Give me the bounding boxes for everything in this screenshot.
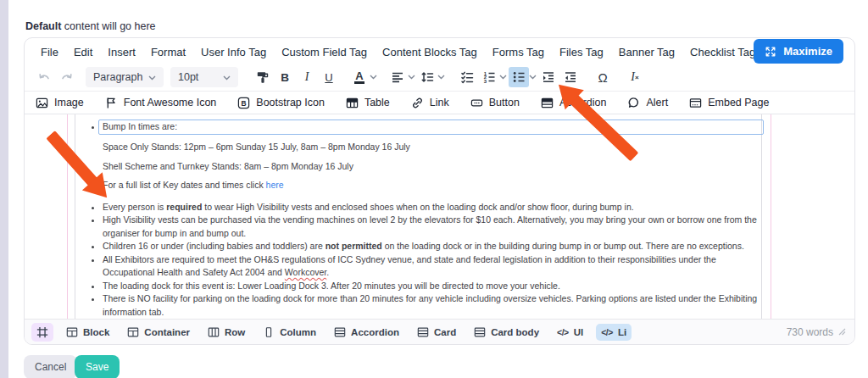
element-path-container[interactable]: Container <box>122 323 195 342</box>
save-button[interactable]: Save <box>75 355 120 378</box>
insert-font-awesome-icon-button[interactable]: Font Awesome Icon <box>105 97 217 109</box>
svg-text:3: 3 <box>483 79 487 84</box>
outdent-button[interactable] <box>560 67 581 87</box>
ordered-list-button[interactable]: 123 <box>479 67 499 87</box>
undo-icon <box>37 70 52 84</box>
bullet-list-menu-chevron[interactable] <box>529 75 537 80</box>
menu-checklist-tag[interactable]: Checklist Tag <box>682 43 763 61</box>
menu-file[interactable]: File <box>33 43 66 61</box>
indent-button[interactable] <box>538 67 559 87</box>
menu-content-blocks-tag[interactable]: Content Blocks Tag <box>375 43 485 61</box>
text-run: required <box>166 202 202 212</box>
ordered-list-menu-chevron[interactable] <box>499 75 507 80</box>
element-path-li[interactable]: </>Li <box>596 324 632 341</box>
element-path-root[interactable] <box>31 323 53 342</box>
font-size-select[interactable]: 10pt <box>170 67 238 87</box>
font-size-value: 10pt <box>178 71 198 83</box>
chevron-down-icon <box>148 71 156 83</box>
button-icon <box>470 97 483 109</box>
element-path-row[interactable]: Row <box>203 323 250 342</box>
list-item-bump-in[interactable]: Bump In times are: Space Only Stands: 12… <box>103 120 768 192</box>
list-item[interactable]: There is NO facility for parking on the … <box>103 292 768 319</box>
element-path-label: Li <box>618 327 626 337</box>
element-path-accordion[interactable]: Accordion <box>329 323 404 342</box>
editor-menubar: FileEditInsertFormatUser Info TagCustom … <box>25 38 854 64</box>
here-link[interactable]: here <box>266 180 284 190</box>
align-menu-chevron[interactable] <box>408 75 415 80</box>
page-left-strip <box>0 0 8 378</box>
menu-insert[interactable]: Insert <box>100 43 143 61</box>
element-path-card-body[interactable]: Card body <box>469 323 544 342</box>
row-icon <box>208 326 220 338</box>
list-item[interactable]: High Visibility vests can be purchased v… <box>103 214 768 240</box>
format-painter-button[interactable] <box>253 67 273 87</box>
format-painter-icon <box>256 70 270 84</box>
text-run: on the loading dock or in the building d… <box>382 241 744 251</box>
flag-icon <box>105 97 118 109</box>
clear-formatting-button[interactable]: I× <box>625 67 645 87</box>
menu-format[interactable]: Format <box>143 43 193 61</box>
element-path-card[interactable]: Card <box>412 323 461 342</box>
menu-files-tag[interactable]: Files Tag <box>552 43 611 61</box>
redo-button[interactable] <box>56 67 76 87</box>
undo-button[interactable] <box>34 67 54 87</box>
menu-custom-field-tag[interactable]: Custom Field Tag <box>274 43 375 61</box>
element-path-label: Ul <box>574 327 584 337</box>
insert-accordion-button[interactable]: Accordion <box>541 97 607 109</box>
editor-content-area[interactable]: Bump In times are: Space Only Stands: 12… <box>25 114 854 319</box>
paragraph-shell-scheme[interactable]: Shell Scheme and Turnkey Stands: 8am – 8… <box>103 160 768 174</box>
text-color-button[interactable]: A <box>349 67 370 87</box>
insert-alert-button[interactable]: Alert <box>627 97 668 109</box>
menu-forms-tag[interactable]: Forms Tag <box>485 43 552 61</box>
text-color-menu-chevron[interactable] <box>370 75 377 80</box>
maximize-icon <box>765 46 776 58</box>
bold-button[interactable]: B <box>275 67 295 87</box>
text-run: High Visibility vests can be purchased v… <box>103 214 757 238</box>
menu-banner-tag[interactable]: Banner Tag <box>611 43 682 61</box>
insert-button-label: Table <box>364 97 390 108</box>
insert-button-label: Link <box>430 97 449 108</box>
special-character-button[interactable]: Ω <box>593 67 613 87</box>
list-item[interactable]: Every person is required to wear High Vi… <box>103 201 768 214</box>
element-path-block[interactable]: Block <box>61 323 114 342</box>
bullet-list: Bump In times are: Space Only Stands: 12… <box>75 120 768 319</box>
list-item[interactable]: Children 16 or under (including babies a… <box>103 240 768 253</box>
paragraph-key-dates[interactable]: For a full list of Key dates and times c… <box>103 179 768 192</box>
field-label: Default content will go here <box>25 20 156 32</box>
insert-link-button[interactable]: Link <box>411 97 449 109</box>
align-button[interactable] <box>387 67 408 87</box>
insert-bootstrap-icon-button[interactable]: BBootstrap Icon <box>237 97 325 109</box>
insert-button-button[interactable]: Button <box>470 97 520 109</box>
checklist-icon <box>460 70 475 84</box>
code-icon: </> <box>557 327 569 337</box>
insert-table-button[interactable]: Table <box>346 97 390 109</box>
menu-user-info-tag[interactable]: User Info Tag <box>193 43 274 61</box>
frame-icon <box>36 326 48 338</box>
list-item[interactable]: All Exhibitors are required to meet the … <box>103 253 768 280</box>
bullet-list-button[interactable] <box>509 67 529 87</box>
resize-handle-icon[interactable] <box>838 328 846 336</box>
underline-button[interactable]: U <box>319 67 339 87</box>
element-path-ul[interactable]: </>Ul <box>552 324 588 341</box>
element-path-label: Container <box>144 327 190 337</box>
stack-icon <box>417 326 429 338</box>
cancel-button[interactable]: Cancel <box>24 355 77 378</box>
misspelled-word: Workcover <box>285 267 326 277</box>
selected-line-box[interactable]: Bump In times are: <box>98 120 764 135</box>
list-item[interactable]: The loading dock for this event is: Lowe… <box>103 280 768 293</box>
container-icon <box>127 326 139 338</box>
insert-embed-page-button[interactable]: Embed Page <box>689 97 769 109</box>
paragraph-format-select[interactable]: Paragraph <box>86 67 164 87</box>
checklist-button[interactable] <box>457 67 477 87</box>
line-height-menu-chevron[interactable] <box>437 75 445 80</box>
maximize-button[interactable]: Maximize <box>754 39 843 64</box>
line-height-button[interactable] <box>417 67 437 87</box>
insert-image-button[interactable]: Image <box>36 97 84 109</box>
element-path-column[interactable]: Column <box>258 323 321 342</box>
document-text: Bump In times are: Space Only Stands: 12… <box>75 118 768 319</box>
italic-button[interactable]: I <box>297 67 317 87</box>
image-icon <box>36 97 48 109</box>
text-run: All Exhibitors are required to meet the … <box>103 254 716 278</box>
menu-edit[interactable]: Edit <box>66 43 100 61</box>
paragraph-space-only[interactable]: Space Only Stands: 12pm – 6pm Sunday 15 … <box>103 141 768 154</box>
